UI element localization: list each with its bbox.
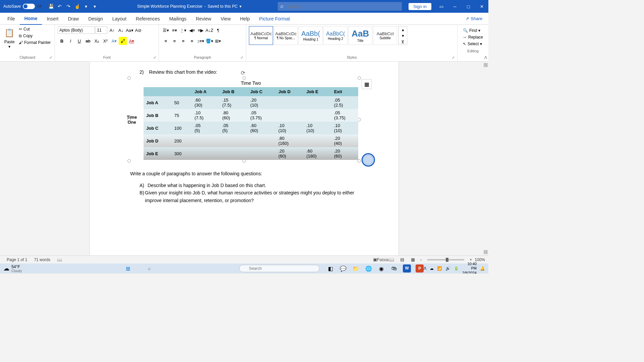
numbering-icon[interactable]: ≡▾ xyxy=(170,26,178,34)
select-button[interactable]: ↖Select▾ xyxy=(462,41,484,47)
volume-icon[interactable]: 🔊 xyxy=(445,266,450,271)
zoom-level[interactable]: 100% xyxy=(475,257,485,262)
gallery-up-icon[interactable]: ▴ xyxy=(399,26,407,33)
redo-icon[interactable]: ↷ xyxy=(65,3,71,9)
justify-icon[interactable]: ≡ xyxy=(188,37,196,45)
styles-gallery[interactable]: AaBbCcDc¶ Normal AaBbCcDc¶ No Spac... Aa… xyxy=(249,26,397,45)
chat-icon[interactable]: 💬 xyxy=(339,264,347,273)
style-no-spacing[interactable]: AaBbCcDc¶ No Spac... xyxy=(274,26,298,45)
dialog-launcher-icon[interactable]: ⤢ xyxy=(240,56,243,59)
chrome-icon[interactable]: ◉ xyxy=(377,264,385,273)
ms-store-icon[interactable]: 🛍 xyxy=(390,264,398,273)
start-icon[interactable]: ⊞ xyxy=(124,264,132,273)
zoom-slider[interactable] xyxy=(427,259,464,260)
dialog-launcher-icon[interactable]: ⤢ xyxy=(452,56,454,59)
tab-review[interactable]: Review xyxy=(191,13,216,25)
autosave-toggle[interactable]: AutoSave Off xyxy=(0,4,45,9)
tab-file[interactable]: File xyxy=(3,13,20,25)
print-layout-icon[interactable]: ▤ xyxy=(398,256,406,263)
chevron-down-icon[interactable]: ▾ xyxy=(239,4,241,9)
zoom-out-icon[interactable]: − xyxy=(420,257,422,262)
clear-format-icon[interactable]: A⊘ xyxy=(134,26,142,34)
bullets-icon[interactable]: ☰▾ xyxy=(162,26,170,34)
spellcheck-icon[interactable]: 📖 xyxy=(54,257,65,262)
tab-picture-format[interactable]: Picture Format xyxy=(255,13,295,25)
read-mode-icon[interactable]: 📖 xyxy=(387,256,395,263)
edge-icon[interactable]: 🌐 xyxy=(365,264,373,273)
copy-button[interactable]: ⧉Copy xyxy=(17,33,52,39)
find-button[interactable]: 🔍Find▾ xyxy=(462,27,484,34)
multilevel-icon[interactable]: ⋮▾ xyxy=(179,26,187,34)
maximize-icon[interactable]: ◻ xyxy=(462,0,475,13)
resize-handle[interactable] xyxy=(127,76,131,80)
tab-references[interactable]: References xyxy=(131,13,165,25)
wifi-icon[interactable]: 📶 xyxy=(437,266,442,271)
touch-mode-icon[interactable]: ☝ xyxy=(74,3,80,9)
resize-handle[interactable] xyxy=(127,159,131,163)
style-heading-2[interactable]: AaBbC(Heading 2 xyxy=(323,26,347,45)
decrease-indent-icon[interactable]: ◀≡ xyxy=(188,26,196,34)
zoom-thumb[interactable] xyxy=(446,258,448,262)
document-area[interactable]: 2) Review this chart from the video: ⟳ ▦… xyxy=(0,62,488,255)
close-icon[interactable]: ✕ xyxy=(475,0,488,13)
signin-button[interactable]: Sign in xyxy=(409,3,431,10)
autosave-switch[interactable] xyxy=(23,4,35,9)
scroll-up-icon[interactable] xyxy=(484,63,488,67)
chevron-down-icon[interactable]: ▾ xyxy=(478,28,480,33)
tab-help[interactable]: Help xyxy=(235,13,255,25)
font-color-icon[interactable]: A▾ xyxy=(127,37,136,45)
powerpoint-icon[interactable]: P xyxy=(416,264,424,273)
change-case-icon[interactable]: Aa▾ xyxy=(125,26,133,34)
grow-font-icon[interactable]: A↑ xyxy=(108,26,116,34)
font-size-input[interactable] xyxy=(95,26,107,34)
align-center-icon[interactable]: ≡ xyxy=(170,37,178,45)
tab-view[interactable]: View xyxy=(216,13,235,25)
subscript-icon[interactable]: X₂ xyxy=(93,37,101,45)
weather-widget[interactable]: ☁ 54°F Cloudy xyxy=(3,264,22,273)
word-icon[interactable]: W xyxy=(403,264,411,273)
bold-icon[interactable]: B xyxy=(58,37,66,45)
highlight-icon[interactable]: 🖍 xyxy=(119,37,127,45)
selected-picture[interactable]: ⟳ ▦ Time Two Time One xyxy=(130,79,358,160)
cut-button[interactable]: ✂Cut xyxy=(17,26,52,32)
show-marks-icon[interactable]: ¶ xyxy=(214,26,222,34)
tab-insert[interactable]: Insert xyxy=(42,13,63,25)
ribbon-display-icon[interactable]: ▭ xyxy=(435,0,448,13)
strikethrough-icon[interactable]: ab xyxy=(84,37,92,45)
underline-icon[interactable]: U xyxy=(75,37,83,45)
rotate-handle-icon[interactable]: ⟳ xyxy=(241,70,245,76)
tab-design[interactable]: Design xyxy=(84,13,108,25)
web-layout-icon[interactable]: ▦ xyxy=(409,256,417,263)
shading-icon[interactable]: 🪣▾ xyxy=(205,37,213,45)
chevron-down-icon[interactable]: ▾ xyxy=(8,44,10,49)
customize-qat-icon[interactable]: ▾ xyxy=(92,3,98,9)
sort-icon[interactable]: A↓Z xyxy=(205,26,213,34)
onedrive-icon[interactable]: ☁ xyxy=(430,266,434,271)
style-heading-1[interactable]: AaBb(Heading 1 xyxy=(299,26,323,45)
style-subtitle[interactable]: AaBbCcISubtitle xyxy=(373,26,397,45)
tab-mailings[interactable]: Mailings xyxy=(164,13,191,25)
clock[interactable]: 10:40 PM 2/8/2024 xyxy=(462,262,477,274)
focus-mode-button[interactable]: ▣ Focus xyxy=(377,256,385,263)
save-status[interactable]: Saved to this PC xyxy=(208,4,237,9)
taskbar-search-input[interactable] xyxy=(239,265,320,272)
gallery-more-icon[interactable]: ⊻ xyxy=(399,39,407,45)
task-view-icon[interactable]: ◧ xyxy=(326,264,334,273)
scroll-down-icon[interactable] xyxy=(484,250,488,254)
page-indicator[interactable]: Page 1 of 1 xyxy=(3,257,31,262)
shrink-font-icon[interactable]: A↓ xyxy=(117,26,125,34)
vertical-scrollbar[interactable] xyxy=(483,62,488,255)
undo-icon[interactable]: ↶ xyxy=(57,3,63,9)
superscript-icon[interactable]: X² xyxy=(101,37,109,45)
font-name-input[interactable] xyxy=(58,26,95,34)
chevron-down-icon[interactable]: ▾ xyxy=(83,3,89,9)
align-right-icon[interactable]: ≡ xyxy=(179,37,187,45)
borders-icon[interactable]: ⊞▾ xyxy=(214,37,222,45)
format-painter-button[interactable]: 🖌Format Painter xyxy=(17,40,52,46)
dialog-launcher-icon[interactable]: ⤢ xyxy=(49,56,52,59)
gallery-down-icon[interactable]: ▾ xyxy=(399,33,407,39)
search-input[interactable] xyxy=(278,2,402,11)
tab-layout[interactable]: Layout xyxy=(108,13,131,25)
notifications-icon[interactable]: 🔔 xyxy=(480,266,485,271)
battery-icon[interactable]: 🔋 xyxy=(454,266,459,271)
